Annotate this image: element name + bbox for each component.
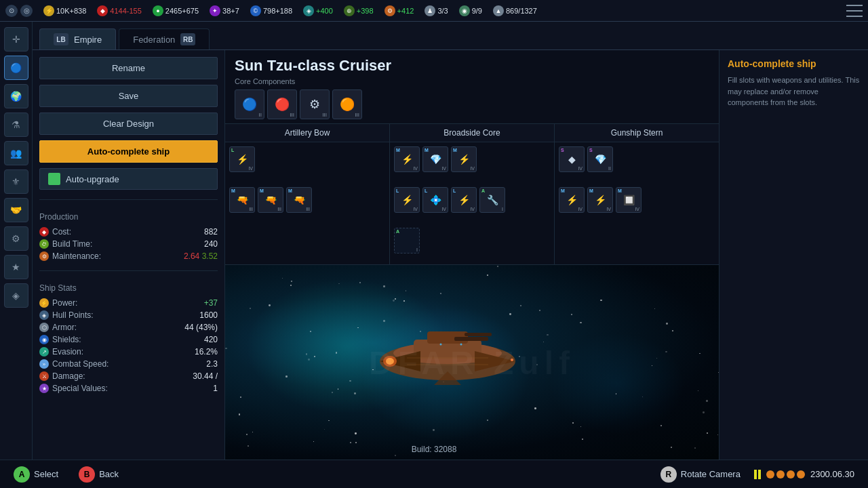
clear-design-button[interactable]: Clear Design <box>39 113 218 135</box>
core-slot-4[interactable]: 🟠 III <box>332 89 362 119</box>
notifications-icon[interactable]: ◎ <box>20 5 33 17</box>
sidebar-btn-ship[interactable]: 🔵 <box>4 56 28 80</box>
slot-bc-1-icon: ⚡ <box>401 154 413 165</box>
slot-bc-6[interactable]: L ⚡ IV <box>451 187 477 213</box>
slot-bc-3-badge: M <box>453 148 457 152</box>
core-components: 🔵 II 🔴 III ⚙ III 🟠 III <box>235 89 709 119</box>
slot-bc-2-badge: M <box>425 148 429 152</box>
sidebar-btn-special[interactable]: ◈ <box>4 283 28 308</box>
ship-stats-label: Ship Stats <box>39 283 218 293</box>
slot-bc-8-tier: I <box>416 247 418 252</box>
damage-value: 30.44 / <box>193 371 218 381</box>
r-button[interactable]: R <box>660 466 677 483</box>
slot-bc-5-badge: L <box>425 188 427 193</box>
autoupgrade-button[interactable]: Auto-upgrade <box>39 168 218 190</box>
time-display: 2300.06.30 <box>810 469 854 479</box>
slot-gs-3-icon: ⚡ <box>566 195 578 205</box>
slot-bc-8-badge: A <box>396 229 399 234</box>
resource-credits: © 798+188 <box>250 5 292 16</box>
left-panel: Rename Save Clear Design Auto-complete s… <box>33 50 225 460</box>
slot-gs-4-tier: IV <box>606 207 611 211</box>
core-slot-1[interactable]: 🔵 II <box>235 89 264 119</box>
pause-icon[interactable] <box>754 470 761 479</box>
slot-gs-3-badge: M <box>561 188 565 193</box>
section-broadside-slots-2: L ⚡ IV L 💠 IV L ⚡ IV <box>390 183 554 224</box>
damage-icon: ⚔ <box>39 371 49 381</box>
core-slot-3[interactable]: ⚙ III <box>300 89 330 119</box>
buildtime-value: 240 <box>204 239 218 249</box>
a-button[interactable]: A <box>14 466 30 483</box>
slot-bc-7[interactable]: A 🔧 I <box>479 187 505 213</box>
slot-ab-4[interactable]: M 🔫 III <box>286 187 312 213</box>
sidebar-btn-people[interactable]: 👥 <box>4 141 28 165</box>
autocomplete-title: Auto-complete ship <box>728 58 860 69</box>
slot-gs-4[interactable]: M ⚡ IV <box>587 187 613 213</box>
slot-gs-3[interactable]: M ⚡ IV <box>559 187 585 213</box>
slot-gs-5[interactable]: M 🔲 IV <box>616 187 642 213</box>
slot-gs-1-icon: ◆ <box>568 154 576 165</box>
svg-point-15 <box>460 343 462 345</box>
resource-research: ◈ +400 <box>303 5 333 16</box>
section-artillery-bow-header[interactable]: Artillery Bow <box>225 124 389 142</box>
save-button[interactable]: Save <box>39 85 218 107</box>
section-gunship-stern: Gunship Stern S ◆ IV S 💎 II <box>555 124 719 264</box>
hamburger-menu-icon[interactable] <box>846 5 863 17</box>
sidebar-btn-diplomacy[interactable]: 🤝 <box>4 198 28 222</box>
tab-empire[interactable]: LB Empire <box>39 28 116 49</box>
section-gs-slots-2: M ⚡ IV M ⚡ IV M 🔲 IV <box>555 183 719 224</box>
hull-icon: ◈ <box>39 310 49 320</box>
core-slot-2[interactable]: 🔴 III <box>267 89 297 119</box>
tab-empire-label: Empire <box>74 35 102 45</box>
sidebar-btn-planet[interactable]: 🌍 <box>4 84 28 108</box>
ship-header: Sun Tzu-class Cruiser Core Components 🔵 … <box>225 50 719 124</box>
slot-bc-8[interactable]: A I <box>394 228 420 253</box>
autocomplete-button[interactable]: Auto-complete ship <box>39 140 218 163</box>
food-icon: ● <box>153 5 163 16</box>
slot-gs-3-tier: IV <box>578 207 583 211</box>
slot-bc-2[interactable]: M 💎 IV <box>422 146 448 172</box>
settings-icon[interactable]: ⊙ <box>5 5 18 17</box>
slot-ab-2[interactable]: M 🔫 III <box>229 187 255 213</box>
sidebar-btn-tech[interactable]: ⚗ <box>4 113 28 137</box>
slot-bc-3[interactable]: M ⚡ IV <box>451 146 477 172</box>
sidebar-btn-settings[interactable]: ⚙ <box>4 226 28 251</box>
section-broadside-slots-1: M ⚡ IV M 💎 IV M ⚡ IV <box>390 142 554 183</box>
section-gunship-stern-header[interactable]: Gunship Stern <box>555 124 719 142</box>
slot-bc-7-badge: A <box>481 188 485 193</box>
special-row: ★ Special Values: 1 <box>39 384 218 393</box>
section-broadside-core-header[interactable]: Broadside Core <box>390 124 554 142</box>
slot-gs-5-tier: IV <box>635 207 639 211</box>
culture-icon: ⊕ <box>344 5 355 16</box>
slot-ab-4-badge: M <box>288 188 292 193</box>
core-slot-2-tier: III <box>290 112 294 118</box>
minerals-icon: ◆ <box>97 5 108 16</box>
preview-background: DFAR Zulf <box>225 265 719 460</box>
upgrade-indicator <box>48 173 60 185</box>
tab-federation[interactable]: Federation RB <box>119 28 210 49</box>
sidebar-btn-star[interactable]: ★ <box>4 255 28 279</box>
slot-bc-5[interactable]: L 💠 IV <box>422 187 448 213</box>
sidebar-btn-empire[interactable]: ⚜ <box>4 169 28 194</box>
slot-bc-1[interactable]: M ⚡ IV <box>394 146 420 172</box>
rename-button[interactable]: Rename <box>39 57 218 79</box>
b-button[interactable]: B <box>79 466 95 483</box>
slot-gs-1[interactable]: S ◆ IV <box>559 146 585 172</box>
slot-ab-2-badge: M <box>231 188 235 193</box>
slot-bc-3-tier: IV <box>470 166 475 171</box>
speed-indicator[interactable] <box>766 470 805 479</box>
slot-ab-3[interactable]: M 🔫 III <box>258 187 283 213</box>
maintenance-row: ⚙ Maintenance: 2.64 3.52 <box>39 251 218 261</box>
slot-bc-4[interactable]: L ⚡ IV <box>394 187 420 213</box>
pop-icon: ♟ <box>425 5 435 16</box>
slot-ab-1[interactable]: L ⚡ IV <box>229 146 255 172</box>
slot-bc-4-tier: IV <box>413 207 418 211</box>
slot-gs-2[interactable]: S 💎 II <box>587 146 613 172</box>
slot-ab-1-badge: L <box>231 148 234 152</box>
sidebar-btn-cursor[interactable]: ✛ <box>4 27 28 52</box>
armor-value: 44 (43%) <box>184 323 218 332</box>
control-rotate: R Rotate Camera <box>660 466 741 483</box>
shields-icon: ◉ <box>39 335 49 344</box>
core-slot-2-icon: 🔴 <box>275 97 290 112</box>
resource-industry: ⚙ +412 <box>384 5 414 16</box>
hull-row: ◈ Hull Points: 1600 <box>39 310 218 320</box>
